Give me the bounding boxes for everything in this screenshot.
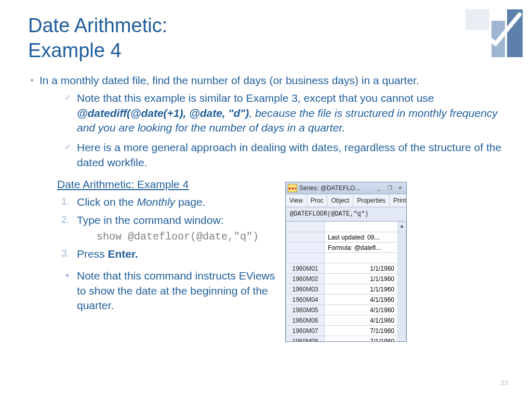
step-3: Press Enter. <box>57 247 275 261</box>
logo-icon <box>466 9 523 57</box>
window-title: Series: @DATEFLO... <box>299 184 373 192</box>
value-cell: 4/1/1960 <box>325 305 398 315</box>
value-cell: 7/1/1960 <box>325 336 398 342</box>
step1-post: page. <box>175 196 205 208</box>
table-row: 1960M077/1/1960 <box>286 326 406 336</box>
period-cell: 1960M03 <box>286 284 325 295</box>
steps-area: Date Arithmetic: Example 4 Click on the … <box>57 177 275 313</box>
step1-em: Monthly <box>137 196 176 208</box>
period-cell: 1960M06 <box>286 315 325 326</box>
scroll-up-icon[interactable]: ▲ <box>398 222 406 230</box>
value-cell: 1/1/1960 <box>325 263 398 274</box>
page-number: 23 <box>501 378 508 388</box>
vertical-scrollbar[interactable]: ▲ <box>398 222 406 342</box>
meta-formula: Formula: @datefl... <box>325 243 398 253</box>
bullet-main-text: In a monthly dated file, find the number… <box>39 74 419 86</box>
table-row: 1960M064/1/1960 <box>286 315 406 326</box>
tab-view[interactable]: View <box>286 194 307 207</box>
table-row: 1960M021/1/1960 <box>286 274 406 284</box>
maximize-button[interactable]: ❐ <box>385 184 394 192</box>
grid-blank-row <box>286 253 406 263</box>
value-cell: 7/1/1960 <box>325 326 398 336</box>
meta-last-updated: Last updated: 09... <box>325 232 398 243</box>
sub1-pre: Note that this example is similar to Exa… <box>77 92 434 104</box>
step-note: Note that this command instructs EViews … <box>57 269 275 313</box>
minimize-button[interactable]: _ <box>375 184 383 192</box>
step2-text: Type in the command window: <box>77 214 223 226</box>
eviews-window: Series: @DATEFLO... _ ❐ ✕ View Proc Obje… <box>285 182 407 342</box>
value-cell: 1/1/1960 <box>325 284 398 295</box>
step-1: Click on the Monthly page. <box>57 195 275 209</box>
step3-bold: Enter. <box>108 248 138 260</box>
slide-title: Date Arithmetic: Example 4 <box>28 14 508 63</box>
main-bullets: In a monthly dated file, find the number… <box>28 73 508 170</box>
table-row: 1960M031/1/1960 <box>286 284 406 295</box>
table-row: 1960M087/1/1960 <box>286 336 406 342</box>
title-line-1: Date Arithmetic: <box>28 15 167 36</box>
formula-bar: @DATEFLOOR(@DATE,"q") <box>286 207 406 221</box>
table-row: 1960M044/1/1960 <box>286 295 406 305</box>
period-cell: 1960M08 <box>286 336 325 342</box>
period-cell: 1960M04 <box>286 295 325 305</box>
tab-proc[interactable]: Proc <box>307 194 328 207</box>
tab-print[interactable]: Print <box>390 194 407 207</box>
grid-meta-row: Formula: @datefl... <box>286 243 406 253</box>
series-icon <box>288 184 297 192</box>
bullet-main: In a monthly dated file, find the number… <box>28 73 508 170</box>
period-cell: 1960M02 <box>286 274 325 284</box>
table-row: 1960M054/1/1960 <box>286 305 406 315</box>
close-button[interactable]: ✕ <box>396 184 404 192</box>
tab-object[interactable]: Object <box>327 194 353 207</box>
step3-pre: Press <box>77 248 108 260</box>
eviews-grid: ▲ Last updated: 09... Formula: @datefl..… <box>286 221 406 342</box>
steps-list: Click on the Monthly page. Type in the c… <box>57 195 275 261</box>
svg-rect-0 <box>466 9 489 30</box>
step1-pre: Click on the <box>77 196 137 208</box>
table-row: 1960M011/1/1960 <box>286 263 406 274</box>
step-2: Type in the command window: show @datefl… <box>57 213 275 244</box>
grid-blank-row: ▲ <box>286 222 406 232</box>
steps-heading: Date Arithmetic: Example 4 <box>57 177 275 192</box>
slide: Date Arithmetic: Example 4 In a monthly … <box>0 0 532 399</box>
sub-bullet-2: Here is a more general approach in deali… <box>63 140 508 170</box>
sub-bullet-1: Note that this example is similar to Exa… <box>63 91 508 135</box>
sub-bullets: Note that this example is similar to Exa… <box>63 91 508 170</box>
step2-code: show @datefloor(@date,"q") <box>97 230 275 244</box>
value-cell: 4/1/1960 <box>325 295 398 305</box>
eviews-titlebar[interactable]: Series: @DATEFLO... _ ❐ ✕ <box>286 182 406 194</box>
grid-meta-row: Last updated: 09... <box>286 232 406 243</box>
period-cell: 1960M05 <box>286 305 325 315</box>
period-cell: 1960M07 <box>286 326 325 336</box>
sub1-code: @datediff(@date(+1), @date, "d") <box>77 107 249 119</box>
period-cell: 1960M01 <box>286 263 325 274</box>
eviews-tabs: View Proc Object Properties Print <box>286 194 406 207</box>
tab-properties[interactable]: Properties <box>353 194 390 207</box>
value-cell: 4/1/1960 <box>325 315 398 326</box>
step-note-list: Note that this command instructs EViews … <box>57 269 275 313</box>
value-cell: 1/1/1960 <box>325 274 398 284</box>
title-line-2: Example 4 <box>28 39 122 61</box>
